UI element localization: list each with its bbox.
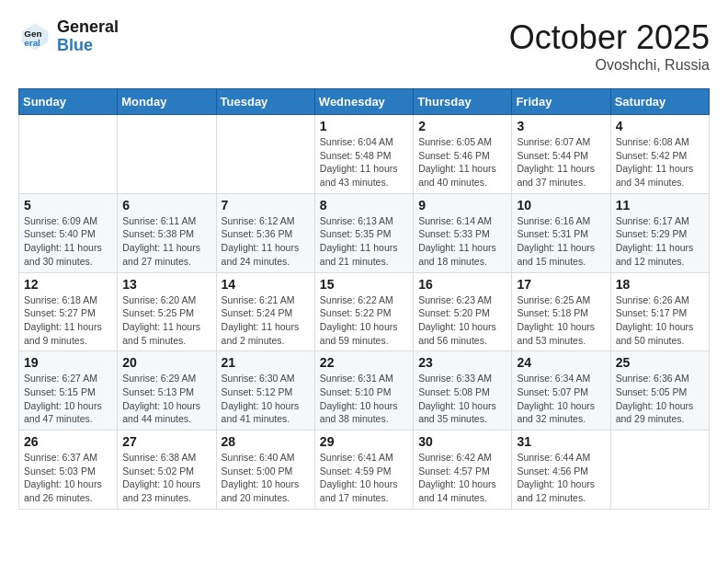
day-info: Sunrise: 6:22 AM Sunset: 5:22 PM Dayligh… xyxy=(320,293,408,348)
day-cell: 31Sunrise: 6:44 AM Sunset: 4:56 PM Dayli… xyxy=(512,431,610,510)
day-cell: 30Sunrise: 6:42 AM Sunset: 4:57 PM Dayli… xyxy=(414,431,512,510)
calendar-table: SundayMondayTuesdayWednesdayThursdayFrid… xyxy=(18,88,710,510)
day-cell: 15Sunrise: 6:22 AM Sunset: 5:22 PM Dayli… xyxy=(314,272,413,351)
day-cell: 20Sunrise: 6:29 AM Sunset: 5:13 PM Dayli… xyxy=(118,351,216,431)
day-number: 5 xyxy=(24,198,112,213)
day-cell: 17Sunrise: 6:25 AM Sunset: 5:18 PM Dayli… xyxy=(512,272,610,351)
day-info: Sunrise: 6:25 AM Sunset: 5:18 PM Dayligh… xyxy=(517,293,605,348)
day-info: Sunrise: 6:04 AM Sunset: 5:48 PM Dayligh… xyxy=(320,135,408,190)
day-number: 30 xyxy=(418,434,506,449)
day-info: Sunrise: 6:18 AM Sunset: 5:27 PM Dayligh… xyxy=(24,293,112,348)
day-info: Sunrise: 6:29 AM Sunset: 5:13 PM Dayligh… xyxy=(122,372,210,426)
day-cell: 2Sunrise: 6:05 AM Sunset: 5:46 PM Daylig… xyxy=(414,115,512,194)
week-row-1: 1Sunrise: 6:04 AM Sunset: 5:48 PM Daylig… xyxy=(19,115,710,194)
day-info: Sunrise: 6:09 AM Sunset: 5:40 PM Dayligh… xyxy=(24,214,112,269)
day-cell: 9Sunrise: 6:14 AM Sunset: 5:33 PM Daylig… xyxy=(414,193,512,272)
day-cell: 7Sunrise: 6:12 AM Sunset: 5:36 PM Daylig… xyxy=(216,193,314,272)
day-info: Sunrise: 6:38 AM Sunset: 5:02 PM Dayligh… xyxy=(122,451,210,505)
day-info: Sunrise: 6:14 AM Sunset: 5:33 PM Dayligh… xyxy=(418,214,506,269)
day-number: 6 xyxy=(122,198,210,213)
day-info: Sunrise: 6:37 AM Sunset: 5:03 PM Dayligh… xyxy=(24,451,112,505)
day-cell: 19Sunrise: 6:27 AM Sunset: 5:15 PM Dayli… xyxy=(19,351,118,431)
day-number: 17 xyxy=(517,277,605,292)
day-cell: 12Sunrise: 6:18 AM Sunset: 5:27 PM Dayli… xyxy=(19,272,118,351)
day-info: Sunrise: 6:44 AM Sunset: 4:56 PM Dayligh… xyxy=(517,451,605,505)
weekday-header-saturday: Saturday xyxy=(610,89,709,115)
weekday-header-row: SundayMondayTuesdayWednesdayThursdayFrid… xyxy=(19,89,710,115)
day-number: 29 xyxy=(320,434,408,449)
day-info: Sunrise: 6:42 AM Sunset: 4:57 PM Dayligh… xyxy=(418,451,506,505)
svg-text:eral: eral xyxy=(24,38,40,48)
day-cell: 3Sunrise: 6:07 AM Sunset: 5:44 PM Daylig… xyxy=(512,115,610,194)
day-number: 27 xyxy=(122,434,210,449)
day-number: 10 xyxy=(517,198,605,213)
day-cell: 25Sunrise: 6:36 AM Sunset: 5:05 PM Dayli… xyxy=(610,351,709,431)
day-info: Sunrise: 6:33 AM Sunset: 5:08 PM Dayligh… xyxy=(418,372,506,426)
day-cell: 21Sunrise: 6:30 AM Sunset: 5:12 PM Dayli… xyxy=(216,351,314,431)
day-info: Sunrise: 6:08 AM Sunset: 5:42 PM Dayligh… xyxy=(616,135,704,190)
week-row-4: 19Sunrise: 6:27 AM Sunset: 5:15 PM Dayli… xyxy=(19,351,710,431)
day-info: Sunrise: 6:36 AM Sunset: 5:05 PM Dayligh… xyxy=(616,372,704,426)
day-info: Sunrise: 6:13 AM Sunset: 5:35 PM Dayligh… xyxy=(320,214,408,269)
day-cell: 11Sunrise: 6:17 AM Sunset: 5:29 PM Dayli… xyxy=(610,193,709,272)
day-info: Sunrise: 6:17 AM Sunset: 5:29 PM Dayligh… xyxy=(616,214,704,269)
day-info: Sunrise: 6:31 AM Sunset: 5:10 PM Dayligh… xyxy=(320,372,408,426)
day-cell: 22Sunrise: 6:31 AM Sunset: 5:10 PM Dayli… xyxy=(314,351,413,431)
weekday-header-monday: Monday xyxy=(118,89,216,115)
day-cell: 29Sunrise: 6:41 AM Sunset: 4:59 PM Dayli… xyxy=(314,431,413,510)
day-number: 20 xyxy=(122,355,210,370)
day-info: Sunrise: 6:23 AM Sunset: 5:20 PM Dayligh… xyxy=(418,293,506,348)
week-row-3: 12Sunrise: 6:18 AM Sunset: 5:27 PM Dayli… xyxy=(19,272,710,351)
day-info: Sunrise: 6:27 AM Sunset: 5:15 PM Dayligh… xyxy=(24,372,112,426)
day-number: 19 xyxy=(24,355,112,370)
day-number: 22 xyxy=(320,355,408,370)
day-number: 11 xyxy=(616,198,704,213)
day-cell: 8Sunrise: 6:13 AM Sunset: 5:35 PM Daylig… xyxy=(314,193,413,272)
day-number: 16 xyxy=(418,277,506,292)
location: Ovoshchi, Russia xyxy=(509,57,710,74)
logo-icon: Gen eral xyxy=(18,20,51,53)
day-info: Sunrise: 6:07 AM Sunset: 5:44 PM Dayligh… xyxy=(517,135,605,190)
day-cell: 27Sunrise: 6:38 AM Sunset: 5:02 PM Dayli… xyxy=(118,431,216,510)
day-number: 4 xyxy=(616,119,704,133)
day-number: 31 xyxy=(517,434,605,449)
day-info: Sunrise: 6:05 AM Sunset: 5:46 PM Dayligh… xyxy=(418,135,506,190)
week-row-5: 26Sunrise: 6:37 AM Sunset: 5:03 PM Dayli… xyxy=(19,431,710,510)
weekday-header-wednesday: Wednesday xyxy=(314,89,413,115)
logo-blue: Blue xyxy=(57,36,93,54)
day-cell: 6Sunrise: 6:11 AM Sunset: 5:38 PM Daylig… xyxy=(118,193,216,272)
logo: Gen eral GeneralBlue xyxy=(18,18,119,55)
logo-text: GeneralBlue xyxy=(57,18,119,55)
day-number: 24 xyxy=(517,355,605,370)
day-number: 23 xyxy=(418,355,506,370)
day-cell xyxy=(118,115,216,194)
day-info: Sunrise: 6:12 AM Sunset: 5:36 PM Dayligh… xyxy=(222,214,310,269)
day-info: Sunrise: 6:34 AM Sunset: 5:07 PM Dayligh… xyxy=(517,372,605,426)
day-cell xyxy=(610,431,709,510)
day-cell: 10Sunrise: 6:16 AM Sunset: 5:31 PM Dayli… xyxy=(512,193,610,272)
day-cell: 1Sunrise: 6:04 AM Sunset: 5:48 PM Daylig… xyxy=(314,115,413,194)
day-cell: 26Sunrise: 6:37 AM Sunset: 5:03 PM Dayli… xyxy=(19,431,118,510)
day-number: 1 xyxy=(320,119,408,133)
day-info: Sunrise: 6:30 AM Sunset: 5:12 PM Dayligh… xyxy=(222,372,310,426)
week-row-2: 5Sunrise: 6:09 AM Sunset: 5:40 PM Daylig… xyxy=(19,193,710,272)
day-info: Sunrise: 6:21 AM Sunset: 5:24 PM Dayligh… xyxy=(222,293,310,348)
weekday-header-tuesday: Tuesday xyxy=(216,89,314,115)
day-info: Sunrise: 6:40 AM Sunset: 5:00 PM Dayligh… xyxy=(222,451,310,505)
month-title: October 2025 xyxy=(509,18,710,57)
day-cell: 18Sunrise: 6:26 AM Sunset: 5:17 PM Dayli… xyxy=(610,272,709,351)
day-number: 28 xyxy=(222,434,310,449)
day-info: Sunrise: 6:41 AM Sunset: 4:59 PM Dayligh… xyxy=(320,451,408,505)
day-cell: 14Sunrise: 6:21 AM Sunset: 5:24 PM Dayli… xyxy=(216,272,314,351)
day-cell: 13Sunrise: 6:20 AM Sunset: 5:25 PM Dayli… xyxy=(118,272,216,351)
day-number: 26 xyxy=(24,434,112,449)
day-number: 14 xyxy=(222,277,310,292)
day-number: 25 xyxy=(616,355,704,370)
weekday-header-thursday: Thursday xyxy=(414,89,512,115)
weekday-header-friday: Friday xyxy=(512,89,610,115)
day-cell: 28Sunrise: 6:40 AM Sunset: 5:00 PM Dayli… xyxy=(216,431,314,510)
day-number: 13 xyxy=(122,277,210,292)
day-cell: 24Sunrise: 6:34 AM Sunset: 5:07 PM Dayli… xyxy=(512,351,610,431)
day-cell: 4Sunrise: 6:08 AM Sunset: 5:42 PM Daylig… xyxy=(610,115,709,194)
day-info: Sunrise: 6:16 AM Sunset: 5:31 PM Dayligh… xyxy=(517,214,605,269)
